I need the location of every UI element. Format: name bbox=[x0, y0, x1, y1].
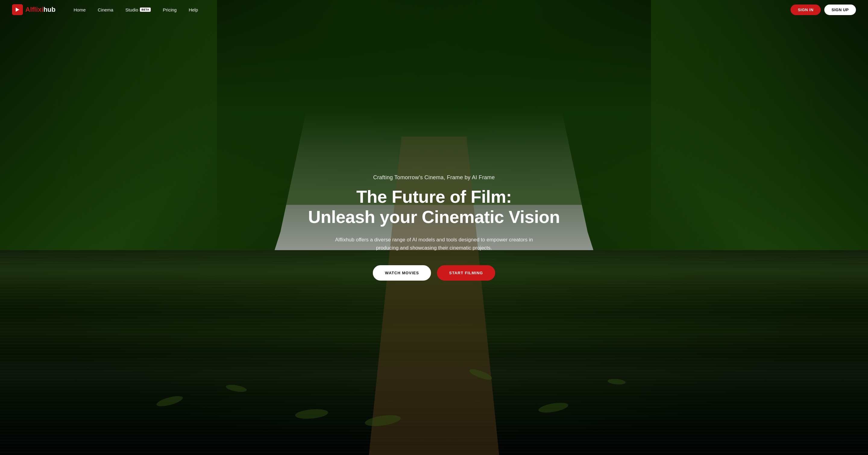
hero-tagline: Crafting Tomorrow's Cinema, Frame by AI … bbox=[308, 174, 560, 181]
start-filming-button[interactable]: START FILMING bbox=[437, 265, 495, 281]
nav-links: Home Cinema Studio BETA Pricing Help bbox=[73, 7, 790, 12]
hero-content: Crafting Tomorrow's Cinema, Frame by AI … bbox=[302, 174, 566, 281]
logo[interactable]: Alflixihub bbox=[12, 4, 56, 15]
main-nav: Alflixihub Home Cinema Studio BETA Prici… bbox=[0, 0, 868, 19]
logo-icon bbox=[12, 4, 23, 15]
nav-help[interactable]: Help bbox=[189, 7, 198, 12]
signin-button[interactable]: SIGN IN bbox=[790, 4, 821, 15]
nav-home[interactable]: Home bbox=[73, 7, 86, 12]
hero-section: Alflixihub Home Cinema Studio BETA Prici… bbox=[0, 0, 868, 455]
nav-studio[interactable]: Studio BETA bbox=[125, 7, 151, 12]
hero-description: Alflixhub offers a diverse range of AI m… bbox=[332, 236, 536, 252]
hero-title: The Future of Film: Unleash your Cinemat… bbox=[308, 187, 560, 227]
logo-text: Alflixihub bbox=[25, 6, 56, 13]
watch-movies-button[interactable]: WATCH MOVIES bbox=[373, 265, 431, 281]
hero-buttons: WATCH MOVIES START FILMING bbox=[308, 265, 560, 281]
signup-button[interactable]: SIGN UP bbox=[824, 4, 856, 15]
nav-auth: SIGN IN SIGN UP bbox=[790, 4, 856, 15]
beta-badge: BETA bbox=[140, 7, 151, 12]
nav-cinema[interactable]: Cinema bbox=[98, 7, 113, 12]
nav-pricing[interactable]: Pricing bbox=[163, 7, 177, 12]
